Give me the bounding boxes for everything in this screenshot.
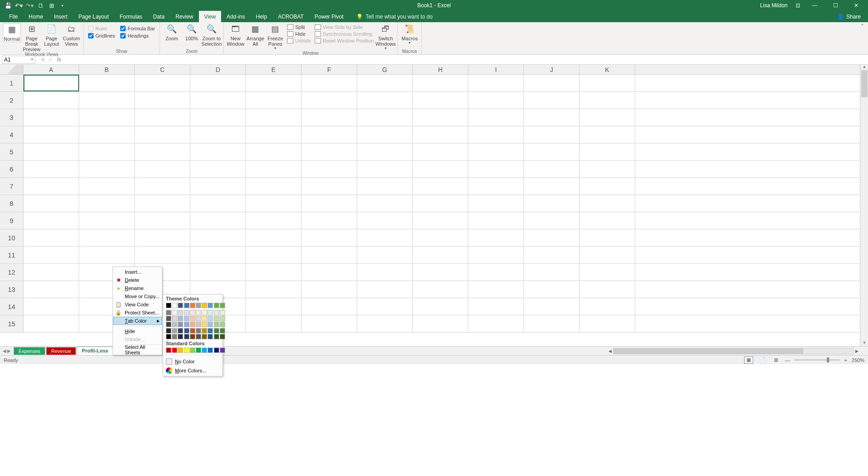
maximize-button[interactable]: ☐ bbox=[829, 1, 842, 10]
cell[interactable] bbox=[302, 126, 357, 143]
cell[interactable] bbox=[524, 178, 580, 195]
cell[interactable] bbox=[580, 315, 635, 332]
minimize-button[interactable]: — bbox=[808, 1, 821, 10]
cell[interactable] bbox=[524, 75, 580, 91]
hscroll-left-icon[interactable]: ◀ bbox=[607, 349, 613, 353]
cell[interactable] bbox=[24, 298, 79, 315]
color-swatch[interactable] bbox=[202, 334, 207, 339]
cell[interactable] bbox=[468, 229, 524, 246]
save-icon[interactable]: 💾 bbox=[5, 2, 12, 9]
zoom-button[interactable]: 🔍Zoom bbox=[163, 23, 181, 41]
cell[interactable] bbox=[413, 298, 468, 315]
cell[interactable] bbox=[24, 109, 79, 126]
cell[interactable] bbox=[468, 92, 524, 109]
cell[interactable] bbox=[580, 178, 635, 195]
row-header[interactable]: 11 bbox=[0, 247, 24, 263]
zoom-selection-button[interactable]: 🔍Zoom to Selection bbox=[203, 23, 221, 47]
cell[interactable] bbox=[24, 212, 79, 229]
color-swatch[interactable] bbox=[166, 322, 171, 327]
zoom-slider[interactable] bbox=[794, 359, 840, 361]
cell[interactable] bbox=[357, 264, 413, 281]
color-swatch[interactable] bbox=[190, 347, 195, 353]
cell[interactable] bbox=[468, 161, 524, 177]
tab-home[interactable]: Home bbox=[23, 11, 48, 22]
tab-page-layout[interactable]: Page Layout bbox=[73, 11, 114, 22]
cell[interactable] bbox=[24, 247, 79, 263]
column-header[interactable]: D bbox=[190, 65, 246, 74]
ribbon-display-icon[interactable]: ⊡ bbox=[796, 2, 800, 9]
cell[interactable] bbox=[468, 109, 524, 126]
cell[interactable] bbox=[135, 178, 190, 195]
cell[interactable] bbox=[190, 143, 246, 160]
column-header[interactable]: A bbox=[24, 65, 79, 74]
cell[interactable] bbox=[246, 161, 302, 177]
color-swatch[interactable] bbox=[208, 303, 213, 308]
cell[interactable] bbox=[246, 212, 302, 229]
cell[interactable] bbox=[190, 195, 246, 212]
cell[interactable] bbox=[413, 161, 468, 177]
cell[interactable] bbox=[246, 178, 302, 195]
cell[interactable] bbox=[302, 161, 357, 177]
color-swatch[interactable] bbox=[214, 316, 219, 321]
row-header[interactable]: 15 bbox=[0, 315, 24, 332]
color-swatch[interactable] bbox=[214, 328, 219, 333]
column-header[interactable]: J bbox=[524, 65, 580, 74]
cell[interactable] bbox=[135, 143, 190, 160]
tab-addins[interactable]: Add-ins bbox=[221, 11, 250, 22]
cell[interactable] bbox=[580, 161, 635, 177]
color-swatch[interactable] bbox=[178, 303, 183, 308]
cell[interactable] bbox=[357, 229, 413, 246]
cell[interactable] bbox=[413, 315, 468, 332]
row-header[interactable]: 12 bbox=[0, 264, 24, 281]
user-name[interactable]: Lisa Mildon bbox=[760, 2, 788, 9]
cell[interactable] bbox=[24, 92, 79, 109]
ctx-delete[interactable]: ✖Delete bbox=[113, 276, 162, 284]
color-swatch[interactable] bbox=[190, 322, 195, 327]
qat-customize-icon[interactable]: ▾ bbox=[59, 2, 66, 9]
tab-insert[interactable]: Insert bbox=[48, 11, 73, 22]
color-swatch[interactable] bbox=[202, 316, 207, 321]
cell[interactable] bbox=[357, 126, 413, 143]
cell[interactable] bbox=[24, 161, 79, 177]
cell[interactable] bbox=[79, 195, 135, 212]
cell[interactable] bbox=[24, 195, 79, 212]
sheet-tab-profit-loss[interactable]: Profit-Loss bbox=[77, 347, 113, 355]
color-swatch[interactable] bbox=[202, 328, 207, 333]
color-swatch[interactable] bbox=[190, 303, 195, 308]
cell[interactable] bbox=[468, 143, 524, 160]
cell[interactable] bbox=[79, 143, 135, 160]
column-header[interactable]: G bbox=[357, 65, 413, 74]
cell[interactable] bbox=[524, 212, 580, 229]
color-swatch[interactable] bbox=[172, 316, 177, 321]
formula-input[interactable] bbox=[66, 56, 868, 64]
color-swatch[interactable] bbox=[184, 316, 189, 321]
tell-me-search[interactable]: 💡 Tell me what you want to do bbox=[356, 11, 433, 22]
cell[interactable] bbox=[468, 281, 524, 298]
cell[interactable] bbox=[190, 264, 246, 281]
color-swatch[interactable] bbox=[220, 334, 225, 339]
cell[interactable] bbox=[246, 264, 302, 281]
cell[interactable] bbox=[302, 298, 357, 315]
cell[interactable] bbox=[246, 126, 302, 143]
vertical-scrollbar[interactable]: ▲ ▼ bbox=[860, 65, 868, 346]
page-break-status-icon[interactable]: ⊞ bbox=[771, 357, 780, 364]
tab-acrobat[interactable]: ACROBAT bbox=[273, 11, 309, 22]
row-header[interactable]: 6 bbox=[0, 161, 24, 177]
cell[interactable] bbox=[246, 247, 302, 263]
cell[interactable] bbox=[79, 92, 135, 109]
color-swatch[interactable] bbox=[190, 334, 195, 339]
cell[interactable] bbox=[190, 178, 246, 195]
select-all-corner[interactable] bbox=[0, 65, 24, 74]
cell[interactable] bbox=[79, 161, 135, 177]
cell[interactable] bbox=[246, 109, 302, 126]
undo-icon[interactable]: ↶▾ bbox=[15, 2, 23, 9]
color-swatch[interactable] bbox=[166, 316, 171, 321]
cell[interactable] bbox=[357, 247, 413, 263]
custom-views-button[interactable]: 🗂 Custom Views bbox=[62, 23, 80, 47]
cell[interactable] bbox=[413, 126, 468, 143]
color-swatch[interactable] bbox=[184, 322, 189, 327]
cell[interactable] bbox=[246, 315, 302, 332]
cell[interactable] bbox=[135, 92, 190, 109]
macros-button[interactable]: 📜Macros▾ bbox=[401, 23, 419, 45]
cell[interactable] bbox=[413, 229, 468, 246]
